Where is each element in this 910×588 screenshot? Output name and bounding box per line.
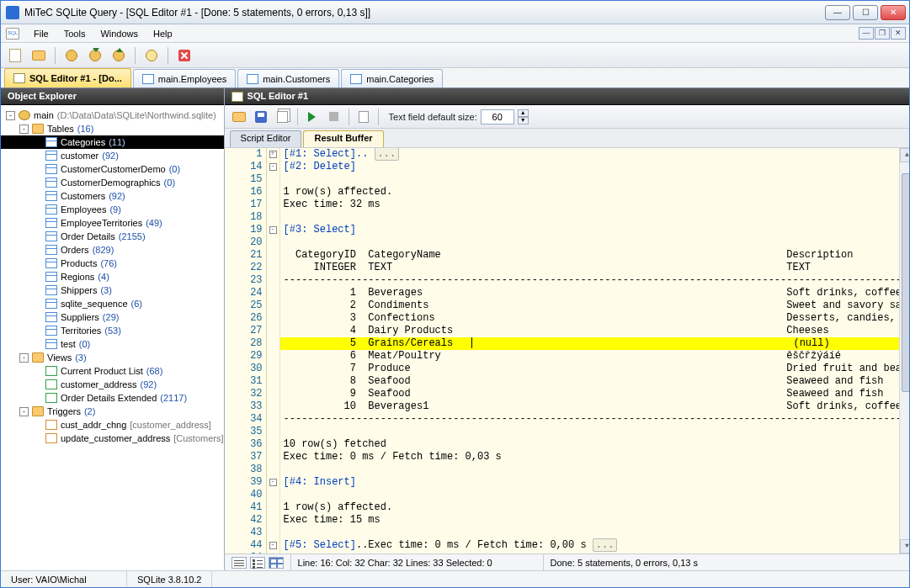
code-line-19[interactable]: [#3: Select] <box>280 224 909 236</box>
tree-triggers-folder[interactable]: -Triggers (2) <box>1 405 224 418</box>
editor-doc-button[interactable] <box>354 108 373 126</box>
copy-button[interactable] <box>142 46 161 65</box>
code-line-23[interactable]: ----------------------------------------… <box>280 274 909 287</box>
default-size-down[interactable]: ▼ <box>518 117 529 124</box>
code-line-33[interactable]: 10 Beverages1 Soft drinks, coffees, <box>280 400 909 413</box>
code-line-40[interactable] <box>280 489 909 501</box>
tree-trigger-cust-addr-chng[interactable]: cust_addr_chng [customer_address] <box>1 418 224 432</box>
scroll-up[interactable]: ▲ <box>900 148 909 162</box>
tree-table-orders[interactable]: Orders (829) <box>1 243 224 257</box>
open-button[interactable] <box>29 46 48 65</box>
code-line-64[interactable] <box>280 552 909 554</box>
code-line-24[interactable]: 1 Beverages Soft drinks, coffees, <box>280 287 909 299</box>
editor-save-button[interactable] <box>252 108 270 126</box>
mdi-restore[interactable]: ❐ <box>875 27 890 40</box>
scroll-down[interactable]: ▼ <box>900 539 909 554</box>
code-line-26[interactable]: 3 Confections Desserts, candies, an <box>280 312 909 325</box>
default-size-up[interactable]: ▲ <box>518 109 529 117</box>
fold-toggle[interactable]: - <box>269 542 277 549</box>
editor-copy-button[interactable] <box>274 108 292 126</box>
default-size-input[interactable] <box>481 109 514 124</box>
stop-button[interactable] <box>325 108 343 126</box>
tree-view-customer-address[interactable]: customer_address (92) <box>1 378 224 391</box>
view-mode-lines[interactable] <box>231 557 247 569</box>
code-line-27[interactable]: 4 Dairy Products Cheeses <box>280 325 909 337</box>
code-line-35[interactable] <box>280 426 909 438</box>
tree-table-employeeterritories[interactable]: EmployeeTerritories (49) <box>1 216 224 230</box>
tree-table-customer[interactable]: customer (92) <box>1 149 224 162</box>
code-line-20[interactable] <box>280 236 909 249</box>
tree-trigger-update-customer-address[interactable]: update_customer_address [Customers] <box>1 432 224 445</box>
code-line-1[interactable]: [#1: Select].. ... <box>280 148 909 161</box>
tree-table-shippers[interactable]: Shippers (3) <box>1 283 224 297</box>
tree-table-products[interactable]: Products (76) <box>1 257 224 270</box>
code-line-31[interactable]: 8 Seafood Seaweed and fish <box>280 375 909 388</box>
tree-table-test[interactable]: test (0) <box>1 337 224 351</box>
close-db-button[interactable] <box>175 46 194 65</box>
fold-toggle[interactable]: - <box>269 163 277 171</box>
tab-result-buffer[interactable]: Result Buffer <box>303 130 383 147</box>
code-line-14[interactable]: [#2: Delete] <box>280 161 909 173</box>
fold-toggle[interactable]: + <box>269 151 277 158</box>
tree-tables-folder[interactable]: -Tables (16) <box>1 122 224 135</box>
fold-toggle[interactable]: - <box>269 226 277 234</box>
code-line-25[interactable]: 2 Condiments Sweet and savory sauc <box>280 299 909 312</box>
maximize-button[interactable]: ☐ <box>853 5 878 20</box>
tree-views-folder[interactable]: -Views (3) <box>1 351 224 364</box>
tree-table-customerdemographics[interactable]: CustomerDemographics (0) <box>1 176 224 189</box>
tree-table-employees[interactable]: Employees (9) <box>1 203 224 216</box>
code-line-17[interactable]: Exec time: 32 ms <box>280 199 909 211</box>
code-line-15[interactable] <box>280 173 909 186</box>
minimize-button[interactable]: — <box>825 5 850 20</box>
tab-main-customers[interactable]: main.Customers <box>237 69 339 87</box>
db-open-button[interactable] <box>62 46 81 65</box>
result-buffer-editor[interactable]: 1141516171819202122232425262728293031323… <box>225 147 909 554</box>
code-line-21[interactable]: CategoryID CategoryName Description <box>280 249 909 262</box>
toggle-icon[interactable]: - <box>19 407 29 416</box>
code-line-42[interactable]: Exec time: 15 ms <box>280 514 909 527</box>
tree-table-sqlite-sequence[interactable]: sqlite_sequence (6) <box>1 297 224 310</box>
toggle-icon[interactable]: - <box>19 124 29 134</box>
code-line-43[interactable] <box>280 527 909 539</box>
mdi-close[interactable]: ✕ <box>891 27 906 40</box>
code-line-32[interactable]: 9 Seafood Seaweed and fish <box>280 388 909 400</box>
code-line-38[interactable] <box>280 464 909 476</box>
code-line-36[interactable]: 10 row(s) fetched <box>280 438 909 451</box>
tree-table-regions[interactable]: Regions (4) <box>1 270 224 283</box>
tree-table-order-details[interactable]: Order Details (2155) <box>1 230 224 243</box>
code-line-18[interactable] <box>280 211 909 224</box>
tree-table-customercustomerdemo[interactable]: CustomerCustomerDemo (0) <box>1 162 224 176</box>
menu-help[interactable]: Help <box>146 26 180 41</box>
menu-file[interactable]: File <box>26 26 56 41</box>
close-button[interactable]: ✕ <box>881 5 906 20</box>
toggle-icon[interactable]: - <box>6 111 15 120</box>
tab-main-employees[interactable]: main.Employees <box>133 69 236 87</box>
code-line-22[interactable]: INTEGER TEXT TEXT <box>280 262 909 274</box>
code-line-37[interactable]: Exec time: 0 ms / Fetch time: 0,03 s <box>280 451 909 464</box>
tree-database[interactable]: -main (D:\Data\Data\SQLite\Northwind.sql… <box>1 109 224 122</box>
view-mode-list[interactable] <box>250 557 265 569</box>
tree-table-suppliers[interactable]: Suppliers (29) <box>1 310 224 324</box>
db-import-button[interactable] <box>86 46 104 65</box>
tree-table-categories[interactable]: Categories (11) <box>1 135 224 149</box>
code-line-44[interactable]: [#5: Select]..Exec time: 0 ms / Fetch ti… <box>280 539 909 552</box>
tree-view-current-product-list[interactable]: Current Product List (68) <box>1 364 224 378</box>
mdi-minimize[interactable]: — <box>859 27 874 40</box>
tree-table-customers[interactable]: Customers (92) <box>1 189 224 203</box>
view-mode-grid[interactable] <box>269 557 284 569</box>
code-line-34[interactable]: ----------------------------------------… <box>280 413 909 426</box>
code-line-28[interactable]: 5 Grains/Cereals (null) <box>280 337 909 350</box>
object-tree[interactable]: -main (D:\Data\Data\SQLite\Northwind.sql… <box>1 105 224 570</box>
db-export-button[interactable] <box>109 46 128 65</box>
tree-table-territories[interactable]: Territories (53) <box>1 324 224 337</box>
run-button[interactable] <box>303 108 322 126</box>
fold-toggle[interactable]: - <box>269 479 277 486</box>
toggle-icon[interactable]: - <box>19 353 29 363</box>
tab-sql-editor--1----do---[interactable]: SQL Editor #1 - [Do... <box>4 68 131 87</box>
tab-main-categories[interactable]: main.Categories <box>341 69 443 87</box>
editor-open-button[interactable] <box>230 108 248 126</box>
code-line-29[interactable]: 6 Meat/Poultry ěščřžýáíé <box>280 350 909 363</box>
code-line-30[interactable]: 7 Produce Dried fruit and bean <box>280 363 909 375</box>
scroll-thumb[interactable] <box>902 173 909 392</box>
menu-windows[interactable]: Windows <box>93 26 146 41</box>
